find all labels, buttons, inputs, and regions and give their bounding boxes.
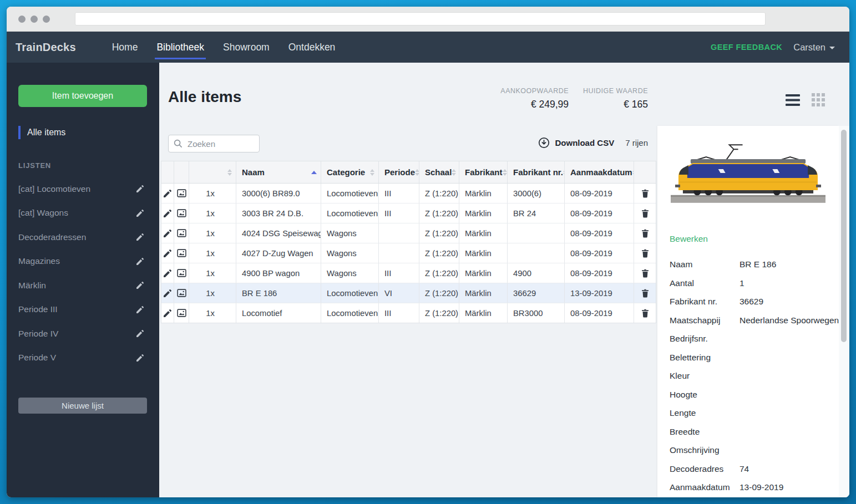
edit-pencil-icon[interactable] [136, 306, 144, 313]
search-input[interactable] [186, 139, 250, 149]
edit-pencil-icon[interactable] [161, 184, 174, 203]
column-header[interactable]: Fabrikant [459, 161, 508, 183]
sort-icon[interactable] [415, 169, 419, 176]
add-item-button[interactable]: Item toevoegen [18, 85, 147, 107]
detail-field-label: Breedte [670, 426, 739, 437]
cell-fabrikant: Märklin [459, 203, 508, 223]
trash-icon[interactable] [634, 243, 656, 263]
edit-item-link[interactable]: Bewerken [670, 234, 708, 244]
new-list-button[interactable]: Nieuwe lijst [18, 398, 147, 414]
edit-pencil-icon[interactable] [161, 203, 174, 223]
edit-pencil-icon[interactable] [136, 210, 144, 217]
table-row[interactable]: 1x Locomotief Locomotieven III Z (1:220)… [161, 303, 656, 323]
image-icon[interactable] [174, 223, 189, 243]
trash-icon[interactable] [634, 184, 656, 203]
feedback-link[interactable]: GEEF FEEDBACK [711, 43, 782, 52]
row-count: 7 rijen [625, 138, 648, 147]
image-icon[interactable] [174, 303, 189, 323]
grid-view-icon[interactable] [812, 93, 825, 106]
nav-link[interactable]: Home [105, 32, 145, 63]
cell-naam: 3000(6) BR89.0 [236, 184, 321, 203]
detail-panel: Bewerken Naam BR E 186 Aantal 1 [657, 126, 839, 497]
sidebar-list-item[interactable]: Märklin [7, 273, 159, 298]
nav-link[interactable]: Ontdekken [281, 32, 343, 63]
column-header[interactable] [174, 161, 189, 183]
cell-fabrikant: Märklin [459, 283, 508, 303]
window-controls [18, 16, 50, 23]
sidebar-list-item[interactable]: Periode IV [7, 322, 159, 346]
sidebar-item-all-items[interactable]: Alle items [18, 126, 65, 139]
edit-pencil-icon[interactable] [136, 354, 144, 362]
trash-icon[interactable] [634, 283, 656, 303]
table-row[interactable]: 1x 4024 DSG Speisewagen Wagons Z (1:220)… [161, 223, 656, 243]
main-content: Alle items AANKOOPWAARDE € 249,99 HUIDIG… [159, 63, 849, 497]
window-control-close[interactable] [18, 16, 26, 23]
sidebar-list-item[interactable]: Periode V [7, 346, 159, 370]
sort-icon[interactable] [227, 169, 232, 176]
image-icon[interactable] [174, 283, 189, 303]
edit-pencil-icon[interactable] [161, 223, 174, 243]
edit-pencil-icon[interactable] [136, 185, 144, 192]
cell-schaal: Z (1:220) [419, 223, 459, 243]
cell-categorie: Locomotieven [321, 184, 379, 203]
edit-pencil-icon[interactable] [136, 233, 144, 241]
trash-icon[interactable] [634, 203, 656, 223]
edit-pencil-icon[interactable] [136, 282, 144, 289]
column-header[interactable]: Fabrikant nr. [508, 161, 565, 183]
window-control-maximize[interactable] [43, 16, 50, 23]
image-icon[interactable] [174, 263, 189, 283]
lists: [cat] Locomotieven [cat] Wagons [7, 177, 159, 370]
edit-pencil-icon[interactable] [161, 243, 174, 263]
column-header[interactable] [634, 161, 656, 183]
column-header[interactable]: Aanmaakdatum [565, 161, 634, 183]
nav-link[interactable]: Showroom [216, 32, 277, 63]
column-header[interactable] [189, 161, 236, 183]
sort-icon[interactable] [370, 169, 374, 176]
image-icon[interactable] [174, 203, 189, 223]
column-header[interactable]: Categorie [321, 161, 379, 183]
trash-icon[interactable] [634, 223, 656, 243]
edit-pencil-icon[interactable] [161, 283, 174, 303]
sidebar-list-item[interactable]: Decoderadressen [7, 225, 159, 250]
url-bar[interactable] [75, 12, 766, 26]
scrollbar-track[interactable] [839, 126, 849, 497]
sort-icon[interactable] [452, 169, 456, 176]
download-icon[interactable] [538, 137, 550, 149]
column-header[interactable]: Naam [236, 161, 321, 183]
table-row[interactable]: 1x 4027 D-Zug Wagen Wagons Z (1:220) Mär… [161, 243, 656, 263]
user-menu[interactable]: Carsten [793, 42, 835, 53]
column-header[interactable]: Periode [379, 161, 419, 183]
edit-pencil-icon[interactable] [136, 258, 144, 265]
trash-icon[interactable] [634, 303, 656, 323]
column-header[interactable]: Schaal [419, 161, 459, 183]
trash-icon[interactable] [634, 263, 656, 283]
list-item-label: [cat] Wagons [18, 208, 136, 218]
table-row[interactable]: 1x 3003 BR 24 D.B. Locomotieven III Z (1… [161, 203, 656, 223]
window-control-minimize[interactable] [31, 16, 38, 23]
table-row[interactable]: 1x 4900 BP wagon Wagons III Z (1:220) Mä… [161, 263, 656, 283]
table-row[interactable]: 1x 3000(6) BR89.0 Locomotieven III Z (1:… [161, 184, 656, 203]
detail-field-row: Maatschappij Nederlandse Spoorwegen [670, 315, 830, 326]
column-header[interactable] [161, 161, 174, 183]
app-logo[interactable]: TrainDecks [16, 41, 76, 54]
edit-pencil-icon[interactable] [136, 330, 144, 337]
sidebar-list-item[interactable]: [cat] Wagons [7, 201, 159, 226]
image-icon[interactable] [174, 184, 189, 203]
list-item-label: Periode V [18, 353, 136, 363]
sort-icon[interactable] [503, 169, 507, 176]
download-csv-button[interactable]: Download CSV [555, 138, 614, 147]
sidebar-list-item[interactable]: [cat] Locomotieven [7, 177, 159, 201]
list-view-icon[interactable] [786, 94, 800, 106]
cell-fabrikant: Märklin [459, 223, 508, 243]
detail-field-row: Lengte [670, 408, 830, 419]
sidebar-list-item[interactable]: Magazines [7, 250, 159, 274]
table-row[interactable]: 1x BR E 186 Locomotieven VI Z (1:220) Mä… [161, 283, 656, 303]
sidebar-list-item[interactable]: Periode III [7, 298, 159, 322]
image-icon[interactable] [174, 243, 189, 263]
edit-pencil-icon[interactable] [161, 263, 174, 283]
edit-pencil-icon[interactable] [161, 303, 174, 323]
nav-link[interactable]: Bibliotheek [149, 32, 211, 63]
detail-field-label: Hoogte [670, 389, 739, 400]
scrollbar-thumb[interactable] [841, 130, 847, 342]
cell-categorie: Locomotieven [321, 283, 379, 303]
